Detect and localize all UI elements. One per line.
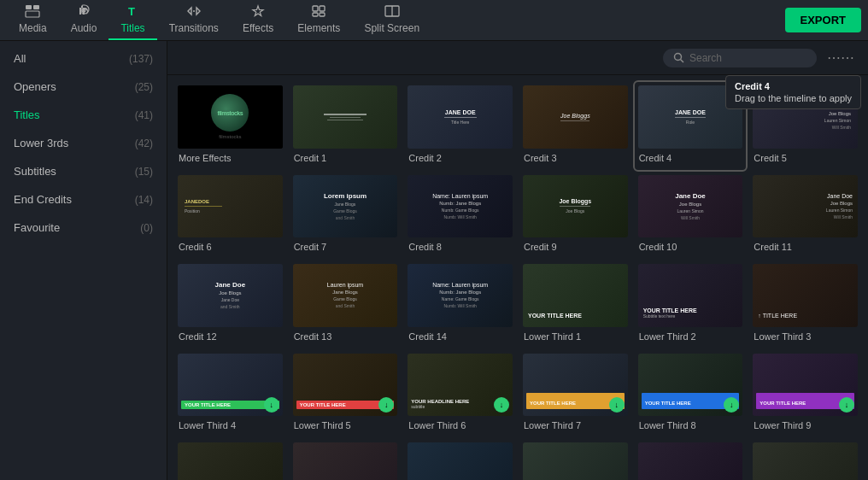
- label-more-effects: More Effects: [178, 153, 283, 163]
- search-box[interactable]: [663, 49, 817, 67]
- nav-label-audio: Audio: [71, 22, 97, 34]
- sidebar-item-subtitles[interactable]: Subtitles (15): [0, 157, 167, 185]
- thumbnail-credit11: Jane Doe Joe Blogs Lauren Simon Will Smi…: [753, 175, 858, 238]
- label-credit10: Credit 10: [638, 242, 743, 252]
- sidebar-label-all: All: [14, 52, 26, 65]
- thumbnail-credit5: Jane Doe Joe Blogs Lauren Simon Will Smi…: [753, 85, 858, 149]
- nav-label-elements: Elements: [297, 22, 340, 34]
- label-credit13: Credit 13: [293, 331, 398, 342]
- nav-item-splitscreen[interactable]: Split Screen: [352, 0, 431, 40]
- grid-item-credit9[interactable]: Joe Bloggs Joe Blogs Credit 9: [519, 172, 631, 260]
- thumbnail-lowerthird8: YOUR TITLE HERE ↓: [638, 354, 743, 417]
- label-credit8: Credit 8: [408, 242, 513, 252]
- export-button[interactable]: EXPORT: [785, 8, 861, 32]
- grid-item-credit14[interactable]: Name: Lauren ipsum Numb: Jane Blogs Name…: [404, 260, 516, 348]
- grid-item-lowerthird7[interactable]: YOUR TITLE HERE ↓ Lower Third 7: [519, 350, 631, 438]
- label-credit7: Credit 7: [293, 242, 398, 252]
- grid-item-credit12[interactable]: Jane Doe Joe Blogs Jane Doe and Smith Cr…: [174, 260, 286, 348]
- grid-item-lowerthird5[interactable]: YOUR TITLE HERE ↓ Lower Third 5: [290, 350, 402, 438]
- thumbnail-credit7: Lorem ipsum Jane Blogs Game Blogs and Sm…: [293, 175, 398, 238]
- nav-item-titles[interactable]: T Titles: [108, 0, 156, 40]
- grid-item-credit3[interactable]: Joe Bloggs Credit 3: [519, 82, 631, 170]
- svg-rect-10: [320, 13, 325, 16]
- grid-item-lowerthird4[interactable]: YOUR TITLE HERE ↓ Lower Third 4: [174, 350, 286, 438]
- sidebar: All (137) Openers (25) Titles (41) Lower…: [0, 41, 167, 480]
- sidebar-label-favourite: Favourite: [14, 221, 60, 234]
- audio-icon: [77, 4, 91, 20]
- label-lowerthird3: Lower Third 3: [753, 331, 858, 342]
- thumbnail-credit4: JANE DOE Role: [638, 85, 743, 149]
- grid-item-lowerthird6[interactable]: YOUR HEADLINE HERE subtitle ↓ Lower Thir…: [404, 350, 516, 438]
- sidebar-label-openers: Openers: [14, 80, 56, 93]
- thumbnail-more-effects: filmstocks filmstocks: [178, 85, 283, 149]
- grid-item-credit10[interactable]: Jane Doe Joe Blogs Lauren Simon Will Smi…: [635, 172, 747, 260]
- content-area: ⋯⋯ Credit 4 Drag to the timeline to appl…: [167, 41, 868, 480]
- sidebar-item-lower3rds[interactable]: Lower 3rds (42): [0, 129, 167, 157]
- grid-item-lowerthird10[interactable]: You Title Here subtitle ↓ Lower Third 10: [174, 439, 286, 480]
- grid-item-credit13[interactable]: Lauren ipsum Jane Blogs Game Blogs and S…: [290, 260, 402, 348]
- download-badge-lowerthird9: ↓: [839, 397, 854, 413]
- svg-rect-7: [313, 6, 318, 11]
- thumbnail-lowerthird6: YOUR HEADLINE HERE subtitle ↓: [408, 354, 513, 417]
- nav-item-audio[interactable]: Audio: [59, 0, 109, 40]
- svg-text:T: T: [128, 5, 135, 18]
- grid-item-lowerthird12[interactable]: YOUR HEADLINE HERE ↓ Lower Third 12: [404, 439, 516, 480]
- grid-item-lowerthird9[interactable]: YOUR TITLE HERE ↓ Lower Third 9: [749, 350, 861, 438]
- sidebar-item-favourite[interactable]: Favourite (0): [0, 214, 167, 242]
- grid-item-credit1[interactable]: Credit 1: [290, 82, 402, 170]
- grid-item-more-effects[interactable]: filmstocks filmstocks More Effects: [174, 82, 286, 170]
- download-badge-lowerthird6: ↓: [494, 397, 509, 413]
- effects-icon: [250, 4, 266, 20]
- nav-label-effects: Effects: [243, 22, 273, 34]
- grid-item-credit6[interactable]: JANEDOE Position Credit 6: [174, 172, 286, 260]
- thumbnail-lowerthird2: YOUR TITLE HERE Subtitle text here: [638, 264, 743, 327]
- nav-item-effects[interactable]: Effects: [231, 0, 285, 40]
- sidebar-item-endcredits[interactable]: End Credits (14): [0, 185, 167, 214]
- grid-item-credit4[interactable]: JANE DOE Role Credit 4: [635, 82, 747, 170]
- label-lowerthird2: Lower Third 2: [638, 331, 743, 342]
- nav-item-media[interactable]: Media: [7, 0, 59, 40]
- media-icon: [25, 4, 40, 20]
- nav-item-elements[interactable]: Elements: [285, 0, 352, 40]
- svg-rect-1: [33, 5, 39, 9]
- label-credit12: Credit 12: [178, 331, 283, 342]
- grid-item-lowerthird11[interactable]: You Title Here ↓ Lower Third 11: [290, 439, 402, 480]
- sidebar-count-all: (137): [129, 53, 153, 65]
- main-body: All (137) Openers (25) Titles (41) Lower…: [0, 41, 868, 480]
- grid-item-lowerthird13[interactable]: cyan title here ↓ Lower Third 13: [519, 439, 631, 480]
- svg-line-14: [681, 60, 684, 63]
- thumbnail-lowerthird12: YOUR HEADLINE HERE ↓: [408, 442, 513, 480]
- grid-item-lowerthird15[interactable]: YOUR TITLE HERE ↓ Lower Third 15: [749, 439, 861, 480]
- grid-item-lowerthird1[interactable]: YOUR TITLE HERE Lower Third 1: [519, 260, 631, 348]
- sidebar-label-titles: Titles: [14, 108, 40, 121]
- transitions-icon: [186, 4, 202, 20]
- label-lowerthird4: Lower Third 4: [178, 420, 283, 430]
- grid-item-credit7[interactable]: Lorem ipsum Jane Blogs Game Blogs and Sm…: [290, 172, 402, 260]
- grid-item-lowerthird3[interactable]: ↑ TITLE HERE Lower Third 3: [749, 260, 861, 348]
- sidebar-item-openers[interactable]: Openers (25): [0, 73, 167, 101]
- nav-item-transitions[interactable]: Transitions: [157, 0, 231, 40]
- thumbnail-credit1: [293, 85, 398, 149]
- sidebar-item-titles[interactable]: Titles (41): [0, 101, 167, 129]
- grid-item-credit5[interactable]: Jane Doe Joe Blogs Lauren Simon Will Smi…: [749, 82, 861, 170]
- svg-rect-0: [26, 5, 32, 9]
- grid-item-lowerthird8[interactable]: YOUR TITLE HERE ↓ Lower Third 8: [635, 350, 747, 438]
- grid-item-credit8[interactable]: Name: Lauren ipsum Numb: Jane Blogs Numb…: [404, 172, 516, 260]
- grid-item-lowerthird2[interactable]: YOUR TITLE HERE Subtitle text here Lower…: [635, 260, 747, 348]
- grid-item-lowerthird14[interactable]: YOUR TITLE HERE ↓ Lower Third 14: [635, 439, 747, 480]
- thumbnail-lowerthird15: YOUR TITLE HERE ↓: [753, 442, 858, 480]
- search-input[interactable]: [689, 52, 801, 64]
- grid-scroll[interactable]: Credit 4 Drag to the timeline to apply f…: [167, 75, 868, 480]
- thumbnail-lowerthird3: ↑ TITLE HERE: [753, 264, 858, 327]
- nav-label-transitions: Transitions: [169, 22, 219, 34]
- nav-label-media: Media: [19, 22, 47, 34]
- sidebar-count-endcredits: (14): [135, 194, 153, 206]
- label-lowerthird7: Lower Third 7: [523, 420, 628, 430]
- sidebar-item-all[interactable]: All (137): [0, 44, 167, 73]
- label-credit1: Credit 1: [293, 153, 398, 163]
- grid-item-credit2[interactable]: JANE DOE Title Here Credit 2: [404, 82, 516, 170]
- label-lowerthird6: Lower Third 6: [408, 420, 513, 430]
- label-credit4: Credit 4: [638, 153, 743, 163]
- grid-item-credit11[interactable]: Jane Doe Joe Blogs Lauren Simon Will Smi…: [749, 172, 861, 260]
- grid-view-button[interactable]: ⋯⋯: [824, 48, 858, 67]
